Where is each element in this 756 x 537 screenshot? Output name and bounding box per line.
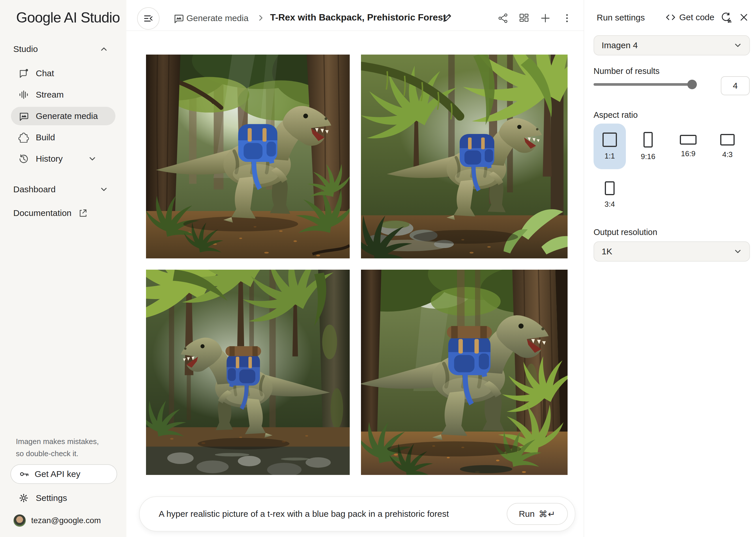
run-settings-title: Run settings [597,13,645,22]
page-title: T-Rex with Backpack, Prehistoric Forest [270,12,446,23]
number-of-results-input[interactable]: 4 [721,76,750,95]
sidebar: Google AI Studio Studio Chat Stream Gene… [0,0,126,537]
output-resolution-select[interactable]: 1K [593,241,750,262]
generated-image-3-art [146,269,350,475]
run-shortcut: ⌘↵ [539,509,556,519]
collapse-sidebar-icon [143,13,154,24]
collapse-sidebar-button[interactable] [137,7,160,30]
account-menu[interactable]: tezan@google.com [11,511,121,531]
aspect-ratio-4-3[interactable]: 4:3 [711,124,743,169]
edit-title-button[interactable] [441,12,453,24]
generated-image-2-art [361,55,568,258]
prompt-input[interactable]: A hyper realistic picture of a t-rex wit… [159,509,507,519]
chevron-down-icon [87,153,97,164]
app-logo[interactable]: Google AI Studio [16,9,120,26]
generate-media-icon [19,111,29,121]
landscape-ratio-icon [720,134,735,145]
get-api-key-button[interactable]: Get API key [10,464,117,484]
output-resolution-label: Output resolution [593,227,657,237]
grid-view-button[interactable] [518,13,529,24]
sidebar-section-dashboard[interactable]: Dashboard [0,180,126,199]
chevron-down-icon [733,246,743,257]
portrait-ratio-icon [643,132,653,147]
history-icon [19,153,29,164]
google-ai-studio-app: Google AI Studio Studio Chat Stream Gene… [0,0,756,537]
generated-image-1[interactable] [146,55,350,258]
chevron-down-icon [99,184,109,194]
account-email: tezan@google.com [31,516,101,525]
aspect-ratio-1-1[interactable]: 1:1 [593,124,626,169]
get-code-button[interactable]: Get code [665,12,714,23]
sidebar-item-build[interactable]: Build [11,128,115,147]
generated-image-3[interactable] [146,269,350,475]
generated-image-1-art [146,55,350,258]
sidebar-item-chat[interactable]: Chat [11,64,115,83]
tall-ratio-icon [605,181,615,195]
sidebar-item-documentation[interactable]: Documentation [0,204,126,222]
new-item-button[interactable] [540,13,551,24]
code-icon [665,12,676,23]
aspect-ratio-label: Aspect ratio [593,110,638,120]
panel-divider [584,0,584,537]
sidebar-item-stream[interactable]: Stream [11,85,115,104]
sidebar-section-studio[interactable]: Studio [0,40,126,58]
chevron-up-icon [99,44,109,54]
close-panel-button[interactable] [738,12,750,23]
generate-media-icon [173,13,184,24]
prompt-bar: A hyper realistic picture of a t-rex wit… [139,496,575,531]
run-button[interactable]: Run ⌘↵ [507,503,568,525]
wide-ratio-icon [680,135,697,145]
number-of-results-slider-knob[interactable] [687,80,697,89]
stream-icon [19,90,29,100]
aspect-ratio-9-16[interactable]: 9:16 [632,124,664,169]
external-link-icon [78,208,88,218]
avatar [13,514,26,527]
number-of-results-label: Number of results [593,66,660,76]
chevron-down-icon [733,40,743,51]
disclaimer-text: Imagen makes mistakes, so double-check i… [16,435,102,460]
sidebar-item-history[interactable]: History [11,149,115,168]
key-icon [19,469,29,479]
gear-icon [19,493,29,503]
chat-icon [19,68,29,78]
sidebar-item-generate-media[interactable]: Generate media [11,107,115,125]
square-ratio-icon [602,133,617,147]
build-icon [19,132,29,143]
generated-image-2[interactable] [361,55,568,258]
more-options-button[interactable] [561,13,573,24]
aspect-ratio-16-9[interactable]: 16:9 [672,124,704,169]
reset-settings-button[interactable] [720,12,732,24]
share-button[interactable] [498,13,509,24]
model-select[interactable]: Imagen 4 [593,35,750,56]
generated-image-4[interactable] [361,269,568,475]
aspect-ratio-3-4[interactable]: 3:4 [593,172,626,218]
settings-button[interactable]: Settings [11,489,115,507]
number-of-results-slider[interactable] [593,83,697,86]
breadcrumb[interactable]: Generate media [186,13,248,23]
breadcrumb-chevron-icon [256,13,266,23]
generated-image-4-art [361,269,568,475]
